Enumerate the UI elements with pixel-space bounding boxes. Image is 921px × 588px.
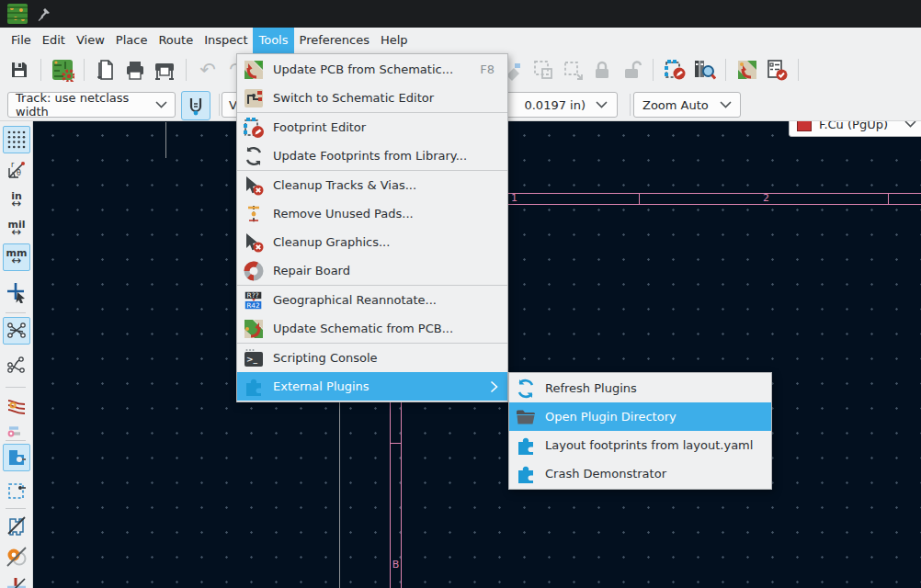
menu-item-cleanup-tracks-vias[interactable]: Cleanup Tracks & Vias... — [237, 171, 507, 199]
page-edge-line — [165, 122, 166, 158]
menu-item-label: Update Footprints from Library... — [273, 149, 467, 163]
unlock-icon[interactable] — [620, 58, 643, 82]
zone-display-filled-toggle[interactable] — [3, 444, 30, 471]
footprint-sketch-mode-toggle[interactable] — [3, 512, 30, 539]
toolbar-separator — [653, 59, 654, 81]
title-bar — [0, 0, 921, 28]
lock-icon[interactable] — [590, 58, 614, 82]
menu-item-layout-footprints-from-layout-yaml[interactable]: Layout footprints from layout.yaml — [509, 431, 771, 459]
menu-item-scripting-console[interactable]: >_ Scripting Console — [237, 344, 507, 372]
menu-item-footprint-editor[interactable]: Footprint Editor — [237, 113, 507, 141]
menu-bar: File Edit View Place Route Inspect Tools… — [0, 28, 921, 53]
update-footprints-icon — [243, 145, 265, 167]
undo-button[interactable]: ↶ — [196, 58, 220, 82]
save-button[interactable] — [7, 58, 31, 82]
remove-unused-pads-icon — [243, 203, 265, 225]
menu-item-cleanup-graphics[interactable]: Cleanup Graphics... — [237, 228, 507, 256]
menu-view[interactable]: View — [71, 28, 110, 53]
toolbar-separator — [6, 440, 26, 441]
drc-button[interactable] — [765, 58, 789, 82]
page-settings-button[interactable] — [94, 58, 118, 82]
menu-item-remove-unused-pads[interactable]: Remove Unused Pads... — [237, 199, 507, 228]
menu-item-label: Cleanup Tracks & Vias... — [273, 178, 416, 192]
width-arrow-icon: ↔ — [12, 256, 22, 266]
library-browser-button[interactable] — [692, 58, 716, 82]
menu-item-update-schematic-from-pcb[interactable]: Update Schematic from PCB... — [237, 314, 507, 343]
pad-sketch-mode-toggle[interactable] — [3, 543, 30, 571]
chevron-down-icon — [155, 101, 175, 108]
menu-tools[interactable]: Tools — [253, 28, 293, 53]
geographical-reannotate-icon: R??R42 — [243, 289, 265, 311]
units-mils-toggle[interactable]: mil↔ — [3, 215, 30, 243]
plot-button[interactable] — [153, 58, 176, 82]
units-inches-toggle[interactable]: in↔ — [3, 187, 30, 214]
fullscreen-crosshair-toggle[interactable] — [3, 278, 30, 306]
track-width-select[interactable]: Track: use netclass width — [7, 92, 176, 118]
toolbar-separator — [40, 59, 41, 81]
menu-file[interactable]: File — [6, 28, 37, 53]
zone-display-outline-toggle[interactable] — [3, 477, 30, 504]
svg-text:R??: R?? — [247, 291, 259, 300]
menu-item-refresh-plugins[interactable]: Refresh Plugins — [509, 374, 771, 402]
footprint-editor-button[interactable] — [663, 58, 687, 82]
menu-item-switch-to-schematic-editor[interactable]: Switch to Schematic Editor — [237, 84, 507, 112]
menu-item-update-footprints-from-library[interactable]: Update Footprints from Library... — [237, 141, 507, 170]
menu-item-repair-board[interactable]: Repair Board — [237, 256, 507, 285]
update-pcb-from-schematic-button[interactable] — [735, 58, 759, 82]
zoom-to-selection-button[interactable] — [531, 58, 555, 82]
zoom-select[interactable]: Zoom Auto — [633, 92, 741, 118]
track-sketch-mode-toggle[interactable] — [3, 573, 30, 588]
menu-item-update-pcb-from-schematic[interactable]: Update PCB from Schematic... F8 — [237, 55, 507, 84]
submenu-arrow-icon — [490, 380, 500, 393]
grid-dots-toggle[interactable] — [3, 126, 30, 153]
sheet-row-label: B — [390, 560, 402, 571]
menu-item-label: Footprint Editor — [273, 120, 366, 134]
folder-icon — [515, 406, 537, 428]
repair-board-icon — [243, 260, 265, 282]
kicad-pcb-editor-window: { "menu_bar": { "items": ["File","Edit",… — [0, 0, 921, 588]
show-ratsnest-toggle[interactable] — [3, 317, 30, 345]
zoom-select-value: Zoom Auto — [642, 98, 709, 112]
sheet-frame-col-tick — [888, 193, 889, 205]
toolbar-separator — [219, 94, 220, 116]
print-button[interactable] — [123, 58, 147, 82]
board-setup-button[interactable] — [51, 58, 74, 82]
menu-item-label: Cleanup Graphics... — [273, 235, 390, 249]
toolbar-separator — [84, 59, 85, 81]
menu-item-open-plugin-directory[interactable]: Open Plugin Directory — [509, 402, 771, 431]
menu-item-label: Scripting Console — [273, 351, 378, 365]
menu-item-label: Remove Unused Pads... — [273, 207, 414, 220]
switch-to-schematic-icon — [243, 87, 265, 109]
select-area-button[interactable] — [561, 58, 585, 82]
menu-help[interactable]: Help — [375, 28, 414, 53]
track-width-value: Track: use netclass width — [16, 91, 155, 119]
menu-edit[interactable]: Edit — [37, 28, 71, 53]
width-arrow-icon: ↔ — [12, 199, 22, 209]
menu-item-label: Update Schematic from PCB... — [273, 322, 453, 335]
toolbar-separator — [186, 59, 187, 81]
sheet-column-label: 1 — [511, 193, 517, 204]
sheet-column-label: 2 — [763, 193, 769, 204]
menu-inspect[interactable]: Inspect — [199, 28, 253, 53]
svg-text:R42: R42 — [246, 300, 260, 309]
cleanup-tracks-icon — [243, 175, 265, 197]
units-mm-toggle[interactable]: mm↔ — [3, 243, 30, 271]
menu-preferences[interactable]: Preferences — [294, 28, 375, 53]
chevron-down-icon — [596, 101, 608, 108]
menu-item-external-plugins[interactable]: External Plugins — [237, 372, 507, 401]
menu-place[interactable]: Place — [110, 28, 154, 53]
curved-ratsnest-toggle[interactable] — [3, 351, 30, 379]
chevron-down-icon — [720, 101, 740, 108]
menu-item-shortcut: F8 — [480, 62, 500, 76]
menu-item-crash-demonstrator[interactable]: Crash Demonstrator — [509, 459, 771, 488]
polar-coordinates-toggle[interactable]: rθ — [3, 156, 30, 184]
chevron-down-icon — [904, 120, 916, 128]
track-posture-toggle[interactable] — [181, 91, 210, 120]
pin-keep-above-icon[interactable] — [37, 6, 51, 21]
menu-item-label: Geographical Reannotate... — [273, 293, 437, 307]
width-arrow-icon: ↔ — [12, 228, 22, 237]
menu-item-geographical-reannotate[interactable]: R??R42 Geographical Reannotate... — [237, 286, 507, 314]
toolbar-separator — [630, 94, 631, 116]
menu-route[interactable]: Route — [153, 28, 199, 53]
net-highlight-tracks-toggle[interactable] — [3, 391, 30, 419]
